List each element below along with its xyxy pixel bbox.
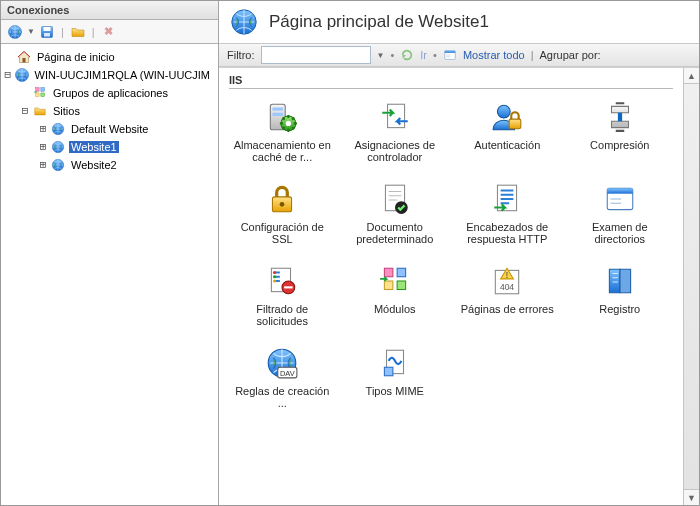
home-icon <box>16 49 32 65</box>
connections-tree[interactable]: Página de inicio ⊟ WIN-UUCJIM1RQLA (WIN-… <box>1 44 218 505</box>
feature-output-caching[interactable]: Almacenamiento en caché de r... <box>229 97 336 165</box>
connections-title: Conexiones <box>1 1 218 20</box>
main-panel: Página principal de Website1 Filtro: ▼ •… <box>219 1 699 505</box>
feature-authoring-rules-icon <box>264 345 300 381</box>
tree-site-website1[interactable]: ⊞ Website1 <box>3 138 216 156</box>
chevron-down-icon: ▼ <box>27 27 35 36</box>
collapse-icon[interactable]: ⊟ <box>19 105 31 117</box>
feature-request-filtering-icon <box>264 263 300 299</box>
content-area: IIS Almacenamiento en caché de r...Asign… <box>219 67 699 505</box>
filter-input[interactable] <box>261 46 371 64</box>
group-by-label: Agrupar por: <box>539 49 600 61</box>
feature-compression-icon <box>602 99 638 135</box>
tree-site-website2[interactable]: ⊞ Website2 <box>3 156 216 174</box>
scroll-down-icon[interactable]: ▼ <box>684 489 699 505</box>
feature-default-document-icon <box>377 181 413 217</box>
filter-bar: Filtro: ▼ • Ir • Mostrar todo | Agrupar … <box>219 43 699 67</box>
page-icon <box>229 7 259 37</box>
feature-label: Compresión <box>590 139 649 151</box>
server-icon <box>14 67 30 83</box>
separator: | <box>531 49 534 61</box>
tree-sites[interactable]: ⊟ Sitios <box>3 102 216 120</box>
feature-modules[interactable]: Módulos <box>342 261 449 329</box>
main-header: Página principal de Website1 <box>219 1 699 43</box>
feature-compression[interactable]: Compresión <box>567 97 674 165</box>
folder-icon <box>32 103 48 119</box>
save-button[interactable] <box>37 22 57 42</box>
feature-ssl-settings[interactable]: Configuración de SSL <box>229 179 336 247</box>
connections-toolbar: ▼ | | ✖ <box>1 20 218 44</box>
delete-button: ✖ <box>99 22 119 42</box>
feature-label: Examen de directorios <box>570 221 670 245</box>
feature-directory-browsing-icon <box>602 181 638 217</box>
tree-site-label: Website1 <box>69 141 119 153</box>
go-button[interactable]: Ir <box>420 49 427 61</box>
feature-label: Registro <box>599 303 640 315</box>
expand-icon[interactable]: ⊞ <box>37 123 49 135</box>
tree-site-label: Default Website <box>69 123 150 135</box>
feature-authentication-icon <box>489 99 525 135</box>
feature-grid: Almacenamiento en caché de r...Asignacio… <box>229 97 673 411</box>
site-icon <box>50 139 66 155</box>
feature-ssl-settings-icon <box>264 181 300 217</box>
feature-request-filtering[interactable]: Filtrado de solicitudes <box>229 261 336 329</box>
feature-label: Reglas de creación ... <box>232 385 332 409</box>
feature-error-pages-icon <box>489 263 525 299</box>
tree-app-pools-label: Grupos de aplicaciones <box>51 87 170 99</box>
tree-site-default[interactable]: ⊞ Default Website <box>3 120 216 138</box>
connections-panel: Conexiones ▼ | | ✖ Página de inicio ⊟ WI… <box>1 1 219 505</box>
feature-label: Documento predeterminado <box>345 221 445 245</box>
toolbar-separator: | <box>61 26 64 38</box>
collapse-icon[interactable]: ⊟ <box>3 69 13 81</box>
feature-label: Asignaciones de controlador <box>345 139 445 163</box>
tree-home-label: Página de inicio <box>35 51 117 63</box>
feature-error-pages[interactable]: Páginas de errores <box>454 261 561 329</box>
feature-label: Módulos <box>374 303 416 315</box>
show-all-icon[interactable] <box>443 48 457 62</box>
feature-label: Configuración de SSL <box>232 221 332 245</box>
group-header: IIS <box>229 74 673 89</box>
feature-default-document[interactable]: Documento predeterminado <box>342 179 449 247</box>
feature-label: Almacenamiento en caché de r... <box>232 139 332 163</box>
page-title: Página principal de Website1 <box>269 12 489 32</box>
tree-site-label: Website2 <box>69 159 119 171</box>
feature-label: Filtrado de solicitudes <box>232 303 332 327</box>
feature-authoring-rules[interactable]: Reglas de creación ... <box>229 343 336 411</box>
go-icon[interactable] <box>400 48 414 62</box>
vertical-scrollbar[interactable]: ▲ ▼ <box>683 68 699 505</box>
feature-mime-types-icon <box>377 345 413 381</box>
scroll-up-icon[interactable]: ▲ <box>684 68 699 84</box>
site-icon <box>50 121 66 137</box>
app-pools-icon <box>32 85 48 101</box>
feature-handler-mappings-icon <box>377 99 413 135</box>
chevron-down-icon[interactable]: ▼ <box>377 51 385 60</box>
tree-server-label: WIN-UUCJIM1RQLA (WIN-UUCJIM <box>33 69 212 81</box>
site-icon <box>50 157 66 173</box>
feature-logging-icon <box>602 263 638 299</box>
browse-button[interactable] <box>68 22 88 42</box>
feature-authentication[interactable]: Autenticación <box>454 97 561 165</box>
feature-mime-types[interactable]: Tipos MIME <box>342 343 449 411</box>
tree-sites-label: Sitios <box>51 105 82 117</box>
feature-label: Tipos MIME <box>366 385 424 397</box>
connect-button[interactable] <box>5 22 25 42</box>
feature-label: Autenticación <box>474 139 540 151</box>
expand-icon[interactable]: ⊞ <box>37 141 49 153</box>
feature-output-caching-icon <box>264 99 300 135</box>
feature-logging[interactable]: Registro <box>567 261 674 329</box>
show-all-button[interactable]: Mostrar todo <box>463 49 525 61</box>
tree-server[interactable]: ⊟ WIN-UUCJIM1RQLA (WIN-UUCJIM <box>3 66 216 84</box>
feature-http-response-icon <box>489 181 525 217</box>
tree-app-pools[interactable]: Grupos de aplicaciones <box>3 84 216 102</box>
expand-icon[interactable]: ⊞ <box>37 159 49 171</box>
feature-label: Páginas de errores <box>461 303 554 315</box>
feature-http-response[interactable]: Encabezados de respuesta HTTP <box>454 179 561 247</box>
feature-label: Encabezados de respuesta HTTP <box>457 221 557 245</box>
tree-home[interactable]: Página de inicio <box>3 48 216 66</box>
feature-handler-mappings[interactable]: Asignaciones de controlador <box>342 97 449 165</box>
toolbar-separator: | <box>92 26 95 38</box>
filter-label: Filtro: <box>227 49 255 61</box>
feature-modules-icon <box>377 263 413 299</box>
feature-directory-browsing[interactable]: Examen de directorios <box>567 179 674 247</box>
